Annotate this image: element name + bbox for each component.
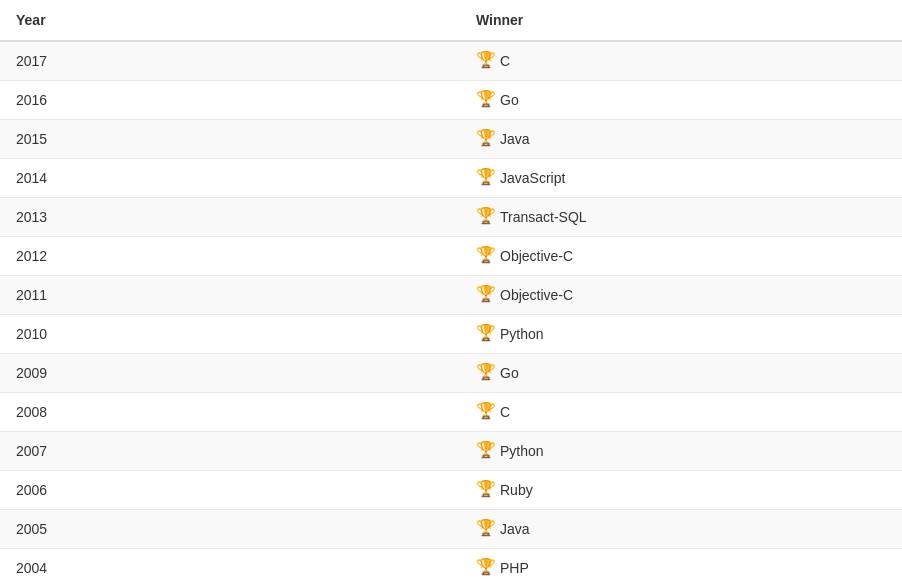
winner-cell: 🏆Objective-C	[460, 237, 902, 276]
winner-name: Python	[500, 443, 544, 459]
table-row: 2013🏆Transact-SQL	[0, 198, 902, 237]
table-header-row: Year Winner	[0, 0, 902, 41]
winner-name: PHP	[500, 560, 529, 576]
winner-cell: 🏆Java	[460, 120, 902, 159]
year-cell: 2016	[0, 81, 460, 120]
trophy-icon: 🏆	[476, 169, 494, 187]
year-column-header: Year	[0, 0, 460, 41]
winner-cell: 🏆Java	[460, 510, 902, 549]
trophy-icon: 🏆	[476, 364, 494, 382]
year-cell: 2007	[0, 432, 460, 471]
winner-cell: 🏆PHP	[460, 549, 902, 582]
table-row: 2010🏆Python	[0, 315, 902, 354]
winner-name: Objective-C	[500, 287, 573, 303]
table-row: 2006🏆Ruby	[0, 471, 902, 510]
year-cell: 2015	[0, 120, 460, 159]
table-row: 2008🏆C	[0, 393, 902, 432]
winner-cell: 🏆C	[460, 393, 902, 432]
year-cell: 2017	[0, 41, 460, 81]
winner-name: Go	[500, 92, 519, 108]
winner-cell: 🏆Transact-SQL	[460, 198, 902, 237]
table-row: 2004🏆PHP	[0, 549, 902, 582]
winner-cell: 🏆Python	[460, 315, 902, 354]
winner-name: Java	[500, 131, 530, 147]
table-row: 2009🏆Go	[0, 354, 902, 393]
table-row: 2015🏆Java	[0, 120, 902, 159]
table-row: 2016🏆Go	[0, 81, 902, 120]
trophy-icon: 🏆	[476, 442, 494, 460]
winner-name: JavaScript	[500, 170, 565, 186]
winners-table: Year Winner 2017🏆C2016🏆Go2015🏆Java2014🏆J…	[0, 0, 902, 581]
trophy-icon: 🏆	[476, 403, 494, 421]
trophy-icon: 🏆	[476, 208, 494, 226]
winner-cell: 🏆Objective-C	[460, 276, 902, 315]
year-cell: 2004	[0, 549, 460, 582]
main-container: Year Winner 2017🏆C2016🏆Go2015🏆Java2014🏆J…	[0, 0, 902, 581]
winner-cell: 🏆Go	[460, 354, 902, 393]
trophy-icon: 🏆	[476, 52, 494, 70]
year-cell: 2006	[0, 471, 460, 510]
year-cell: 2014	[0, 159, 460, 198]
year-cell: 2012	[0, 237, 460, 276]
year-cell: 2005	[0, 510, 460, 549]
year-cell: 2009	[0, 354, 460, 393]
winner-name: Java	[500, 521, 530, 537]
trophy-icon: 🏆	[476, 130, 494, 148]
year-cell: 2010	[0, 315, 460, 354]
winner-name: Go	[500, 365, 519, 381]
year-cell: 2013	[0, 198, 460, 237]
winner-cell: 🏆Go	[460, 81, 902, 120]
winner-name: Python	[500, 326, 544, 342]
table-row: 2005🏆Java	[0, 510, 902, 549]
table-row: 2012🏆Objective-C	[0, 237, 902, 276]
winner-cell: 🏆Ruby	[460, 471, 902, 510]
winner-cell: 🏆JavaScript	[460, 159, 902, 198]
winner-name: C	[500, 53, 510, 69]
winner-column-header: Winner	[460, 0, 902, 41]
winner-cell: 🏆Python	[460, 432, 902, 471]
table-row: 2014🏆JavaScript	[0, 159, 902, 198]
trophy-icon: 🏆	[476, 481, 494, 499]
winner-name: Ruby	[500, 482, 533, 498]
winner-cell: 🏆C	[460, 41, 902, 81]
winner-name: C	[500, 404, 510, 420]
year-cell: 2011	[0, 276, 460, 315]
table-row: 2017🏆C	[0, 41, 902, 81]
trophy-icon: 🏆	[476, 559, 494, 577]
trophy-icon: 🏆	[476, 247, 494, 265]
table-body: 2017🏆C2016🏆Go2015🏆Java2014🏆JavaScript201…	[0, 41, 902, 581]
trophy-icon: 🏆	[476, 325, 494, 343]
table-row: 2011🏆Objective-C	[0, 276, 902, 315]
winner-name: Transact-SQL	[500, 209, 587, 225]
trophy-icon: 🏆	[476, 520, 494, 538]
winner-name: Objective-C	[500, 248, 573, 264]
year-cell: 2008	[0, 393, 460, 432]
table-row: 2007🏆Python	[0, 432, 902, 471]
trophy-icon: 🏆	[476, 286, 494, 304]
trophy-icon: 🏆	[476, 91, 494, 109]
